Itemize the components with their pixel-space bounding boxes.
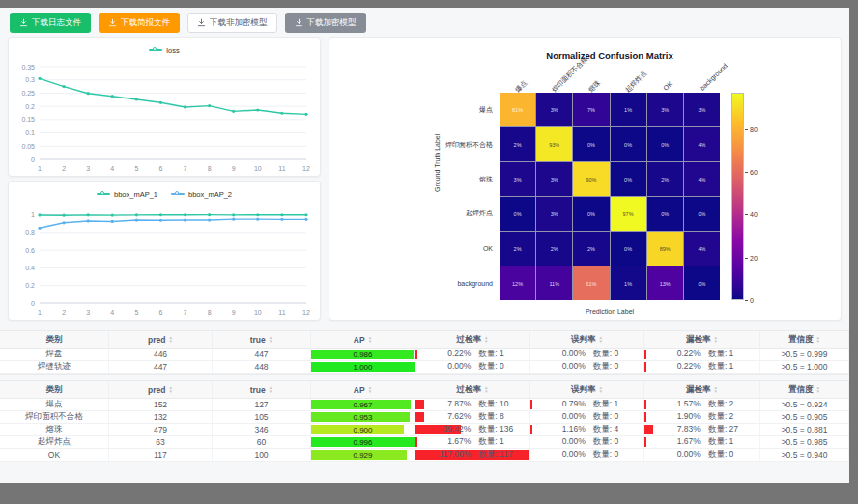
loss-chart[interactable]: 00.050.10.150.20.250.30.3512345678910111… xyxy=(9,59,320,175)
svg-text:0: 0 xyxy=(31,300,35,307)
download-button-1[interactable]: 下载简报文件 xyxy=(99,13,180,33)
cm-cell-4-1: 2% xyxy=(536,232,572,266)
class-cell: 起焊炸点 xyxy=(0,436,109,449)
sort-icon[interactable]: ▲▼ xyxy=(484,386,488,393)
rate-cell: 0.00%数量: 0 xyxy=(530,436,644,449)
sort-icon[interactable]: ▲▼ xyxy=(269,386,272,393)
sort-icon[interactable]: ▲▼ xyxy=(816,386,820,393)
sort-icon[interactable]: ▲▼ xyxy=(714,336,718,343)
sort-icon[interactable]: ▲▼ xyxy=(599,336,603,343)
column-header[interactable]: pred▲▼ xyxy=(109,381,213,399)
column-header[interactable]: 置信度▲▼ xyxy=(760,381,849,399)
confusion-matrix-ylabel: Ground Truth Label xyxy=(434,134,441,192)
left-chart-column: loss 00.050.10.150.20.250.30.35123456789… xyxy=(8,37,321,321)
column-header[interactable]: true▲▼ xyxy=(213,381,311,399)
sort-icon[interactable]: ▲▼ xyxy=(599,386,603,393)
rate-cell: 0.00%数量: 0 xyxy=(530,449,644,462)
rate-count: 数量: 0 xyxy=(589,411,644,423)
sort-icon[interactable]: ▲▼ xyxy=(168,336,172,343)
cm-cell-1-5: 4% xyxy=(684,127,720,161)
svg-text:0.8: 0.8 xyxy=(25,229,35,236)
rate-count: 数量: 2 xyxy=(704,411,759,423)
cm-cell-4-0: 2% xyxy=(500,232,535,266)
colorbar-tick-label: 0 xyxy=(750,297,754,304)
download-button-2[interactable]: 下载非加密模型 xyxy=(187,13,277,33)
pred-cell: 447 xyxy=(109,361,213,374)
download-button-0[interactable]: 下载日志文件 xyxy=(10,13,91,33)
cm-cell-2-3: 0% xyxy=(611,162,646,196)
sort-icon[interactable]: ▲▼ xyxy=(269,336,272,343)
svg-text:5: 5 xyxy=(134,309,138,316)
rate-percent: 1.67% xyxy=(644,436,704,448)
cm-cell-1-0: 2% xyxy=(500,127,535,161)
cm-cell-4-3: 0% xyxy=(611,232,646,266)
svg-text:1: 1 xyxy=(31,211,35,218)
confusion-matrix-grid[interactable]: 81%3%7%1%3%3%2%93%0%0%0%4%3%3%90%0%2%4%0… xyxy=(500,93,720,300)
column-header-label: true xyxy=(250,385,266,395)
legend-marker-icon xyxy=(149,49,162,51)
svg-text:0.2: 0.2 xyxy=(25,103,35,110)
button-label: 下载简报文件 xyxy=(121,17,170,29)
button-label: 下载日志文件 xyxy=(32,17,81,29)
sort-icon[interactable]: ▲▼ xyxy=(816,336,820,343)
column-header[interactable]: 类别 xyxy=(0,331,109,349)
column-header[interactable]: 漏检率▲▼ xyxy=(644,331,760,349)
svg-text:0.1: 0.1 xyxy=(25,129,35,136)
sort-icon[interactable]: ▲▼ xyxy=(368,336,372,343)
column-header-label: true xyxy=(250,335,266,345)
ap-cell: 0.929 xyxy=(311,449,415,462)
rate-percent: 1.67% xyxy=(415,436,474,448)
column-header-label: 过检率 xyxy=(457,384,482,396)
sort-icon[interactable]: ▲▼ xyxy=(168,386,172,393)
column-header[interactable]: 漏检率▲▼ xyxy=(644,381,760,399)
column-header[interactable]: pred▲▼ xyxy=(109,331,213,349)
colorbar-tick-mark xyxy=(745,214,748,215)
legend-item-bbox_mAP_2[interactable]: bbox_mAP_2 xyxy=(171,190,232,199)
sort-icon[interactable]: ▲▼ xyxy=(714,386,718,393)
rate-percent: 0.00% xyxy=(644,449,704,461)
pred-cell: 117 xyxy=(109,449,213,462)
column-header[interactable]: 类别 xyxy=(0,381,109,399)
ap-cell: 0.986 xyxy=(311,349,415,361)
cm-row-label: 焊印面积不合格 xyxy=(445,140,493,150)
column-header[interactable]: 过检率▲▼ xyxy=(415,331,530,349)
cm-cell-1-2: 0% xyxy=(573,127,609,161)
svg-text:7: 7 xyxy=(184,165,187,172)
rate-count: 数量: 136 xyxy=(474,424,529,435)
svg-text:0.15: 0.15 xyxy=(21,116,35,123)
legend-item-bbox_mAP_1[interactable]: bbox_mAP_1 xyxy=(97,190,157,199)
download-icon xyxy=(295,18,303,27)
class-cell: 焊印面积不合格 xyxy=(0,411,109,424)
sort-icon[interactable]: ▲▼ xyxy=(484,336,488,343)
download-icon xyxy=(108,18,117,27)
svg-text:3: 3 xyxy=(86,165,90,172)
column-header-label: 类别 xyxy=(46,384,63,396)
cm-cell-5-0: 12% xyxy=(500,266,535,300)
colorbar-tick-mark xyxy=(745,172,748,173)
download-button-3[interactable]: 下载加密模型 xyxy=(285,13,366,33)
svg-text:2: 2 xyxy=(62,309,66,316)
column-header-label: pred xyxy=(148,385,165,395)
table-row: 爆点1521270.9677.87%数量: 100.79%数量: 11.57%数… xyxy=(0,399,849,411)
rate-count: 数量: 1 xyxy=(474,436,529,448)
class-cell: 焊缝轨迹 xyxy=(0,361,109,374)
column-header[interactable]: 过检率▲▼ xyxy=(415,381,530,399)
column-header[interactable]: AP▲▼ xyxy=(311,381,415,399)
ap-value: 0.986 xyxy=(353,350,372,359)
ap-value: 0.929 xyxy=(353,451,372,460)
column-header[interactable]: 误判率▲▼ xyxy=(530,331,644,349)
column-header[interactable]: 误判率▲▼ xyxy=(530,381,644,399)
colorbar-tick-label: 60 xyxy=(750,169,758,176)
column-header[interactable]: 置信度▲▼ xyxy=(760,331,849,349)
cm-cell-3-2: 0% xyxy=(573,197,609,231)
rate-percent: 0.00% xyxy=(530,436,589,448)
sort-icon[interactable]: ▲▼ xyxy=(368,386,372,393)
cm-cell-1-1: 93% xyxy=(536,127,572,161)
loss-chart-legend: loss xyxy=(9,42,320,59)
column-header[interactable]: AP▲▼ xyxy=(311,331,415,349)
rate-cell: 0.79%数量: 1 xyxy=(530,399,644,411)
table-row: 焊印面积不合格1321050.9537.62%数量: 80.00%数量: 01.… xyxy=(0,411,849,424)
map-chart[interactable]: 00.20.40.60.81123456789101112 xyxy=(9,203,320,319)
column-header[interactable]: true▲▼ xyxy=(213,331,311,349)
legend-item-loss[interactable]: loss xyxy=(149,46,179,55)
